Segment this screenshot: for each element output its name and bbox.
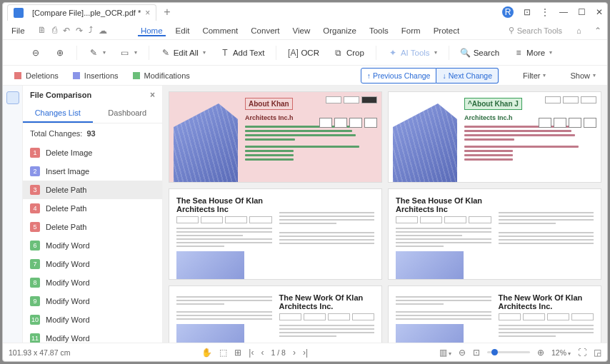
last-page-icon[interactable]: ›|	[303, 348, 308, 358]
minimize-button[interactable]: —	[559, 7, 568, 17]
menu-convert[interactable]: Convert	[248, 25, 282, 36]
more-tool[interactable]: ≡More	[511, 46, 555, 59]
change-number: 11	[30, 333, 40, 343]
fullscreen-icon[interactable]: ⛶	[578, 348, 586, 358]
prev-page-icon[interactable]: ‹	[261, 348, 264, 358]
highlighter-tool[interactable]: ✎	[86, 46, 109, 59]
legend-deletions: Deletions	[14, 71, 59, 80]
change-item[interactable]: 10Modify Word	[23, 310, 162, 329]
kebab-icon[interactable]: ⋮	[541, 7, 549, 17]
sidebar-close-icon[interactable]: ×	[150, 90, 155, 100]
page-left-3[interactable]: The New Work Of Klan Architects Inc.	[169, 285, 382, 343]
next-change-button[interactable]: ↓Next Change	[436, 68, 499, 84]
arrow-up-icon: ↑	[367, 71, 371, 80]
previous-change-button[interactable]: ↑Previous Change	[361, 68, 437, 84]
save-icon[interactable]: 🗎	[38, 26, 46, 36]
ocr-tool[interactable]: [A]OCR	[285, 46, 322, 59]
search-tools[interactable]: ⚲ Search Tools	[509, 26, 562, 35]
tab-close-icon[interactable]: ×	[145, 8, 150, 18]
ai-tools[interactable]: ✦AI Tools	[385, 46, 440, 59]
change-item[interactable]: 6Modify Word	[23, 236, 162, 255]
search-tool[interactable]: 🔍Search	[458, 46, 502, 59]
menu-file[interactable]: File	[9, 25, 28, 36]
select-icon[interactable]: ⬚	[219, 348, 227, 358]
tab-changes-list[interactable]: Changes List	[23, 104, 93, 123]
add-tab-button[interactable]: +	[164, 6, 170, 19]
page-right-3[interactable]: The New Work Of Klan Architects Inc.	[388, 285, 601, 343]
zoom-fit-icon[interactable]: ⊡	[473, 348, 480, 358]
menu-home[interactable]: Home	[138, 25, 166, 36]
edit-all-tool[interactable]: ✎Edit All	[158, 46, 209, 59]
redo-icon[interactable]: ↷	[76, 26, 83, 36]
change-item[interactable]: 5Delete Path	[23, 218, 162, 236]
change-number: 1	[30, 148, 40, 158]
menu-form[interactable]: Form	[399, 25, 424, 36]
page-left-2[interactable]: The Sea House Of Klan Architects Inc	[169, 188, 382, 280]
zoom-percent[interactable]: 12%	[551, 348, 571, 357]
change-label: Delete Path	[46, 186, 86, 194]
page-viewer[interactable]: About Khan Architects Inc.h	[163, 86, 607, 343]
zoom-in-icon[interactable]: ⊕	[537, 348, 544, 358]
shape-tool[interactable]: ▭	[117, 46, 140, 59]
legend-modifications: Modifications	[133, 71, 190, 80]
search-icon: ⚲	[509, 26, 514, 35]
change-item[interactable]: 7Modify Word	[23, 255, 162, 273]
expand-icon[interactable]: ⌃	[594, 26, 601, 36]
cloud-icon[interactable]: ☁	[99, 26, 107, 36]
menu-view[interactable]: View	[290, 25, 314, 36]
menu-edit[interactable]: Edit	[173, 25, 193, 36]
hand-icon[interactable]: ✋	[201, 348, 212, 358]
menu-protect[interactable]: Protect	[431, 25, 462, 36]
menu-organize[interactable]: Organize	[320, 25, 359, 36]
document-tab[interactable]: [Compare File]...ple_OCR.pdf * ×	[7, 4, 156, 21]
right-title: ^About Khan J	[464, 98, 522, 110]
zoom-slider[interactable]	[487, 351, 530, 353]
legend-insertions: Insertions	[73, 71, 119, 80]
maximize-button[interactable]: ☐	[578, 7, 586, 17]
change-number: 8	[30, 278, 40, 288]
change-item[interactable]: 9Modify Word	[23, 292, 162, 310]
page-left-1[interactable]: About Khan Architects Inc.h	[169, 91, 382, 183]
change-number: 5	[30, 222, 40, 232]
change-label: Modify Word	[46, 315, 90, 324]
print-icon[interactable]: ⎙	[52, 26, 57, 36]
change-item[interactable]: 1Delete Image	[23, 143, 162, 162]
first-page-icon[interactable]: |‹	[249, 348, 254, 358]
change-label: Delete Path	[46, 204, 86, 213]
add-text-tool[interactable]: TAdd Text	[217, 46, 268, 59]
fit-icon[interactable]: ◲	[594, 348, 601, 358]
read-icon[interactable]: ⊞	[234, 348, 241, 358]
zoom-out-tool[interactable]: ⊖	[28, 46, 44, 59]
menu-tools[interactable]: Tools	[366, 25, 391, 36]
change-number: 6	[30, 241, 40, 251]
change-label: Modify Word	[46, 260, 90, 268]
sidebar-title: File Comparison	[30, 91, 91, 99]
home-icon[interactable]: ⌂	[576, 26, 581, 35]
change-label: Modify Word	[46, 297, 90, 305]
arrow-down-icon: ↓	[442, 71, 446, 80]
undo-icon[interactable]: ↶	[63, 26, 70, 36]
change-item[interactable]: 2Insert Image	[23, 162, 162, 181]
page-right-2[interactable]: The Sea House Of Klan Architects Inc	[388, 188, 601, 280]
change-item[interactable]: 4Delete Path	[23, 199, 162, 218]
change-item[interactable]: 11Modify Word	[23, 329, 162, 343]
tab-dashboard[interactable]: Dashboard	[93, 104, 163, 123]
user-avatar[interactable]: R	[502, 6, 514, 18]
change-item[interactable]: 3Delete Path	[23, 181, 162, 199]
show-dropdown[interactable]: Show	[570, 71, 596, 80]
zoom-out-icon[interactable]: ⊖	[459, 348, 466, 358]
rail-compare-icon[interactable]	[6, 91, 19, 104]
close-button[interactable]: ✕	[596, 7, 603, 17]
filter-dropdown[interactable]: Filter	[523, 71, 546, 80]
change-item[interactable]: 8Modify Word	[23, 273, 162, 292]
menu-comment[interactable]: Comment	[199, 25, 241, 36]
chat-icon[interactable]: ⊡	[524, 7, 531, 17]
next-page-icon[interactable]: ›	[293, 348, 296, 358]
share-icon[interactable]: ⤴	[89, 26, 93, 36]
zoom-in-tool[interactable]: ⊕	[52, 46, 68, 59]
crop-tool[interactable]: ⧉Crop	[331, 46, 367, 59]
page-right-1[interactable]: ^About Khan J Architects Inc.h	[388, 91, 601, 183]
page-indicator[interactable]: 1 / 8	[271, 348, 285, 357]
view-mode-icon[interactable]: ▥	[439, 348, 451, 358]
left-title: About Khan	[245, 98, 293, 110]
